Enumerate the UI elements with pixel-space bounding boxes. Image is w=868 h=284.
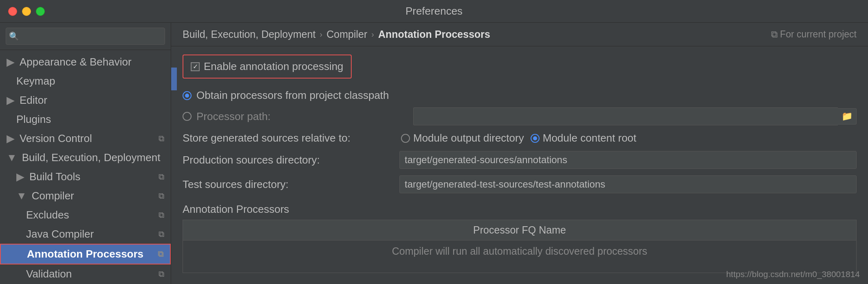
module-content-label: Module content root bbox=[543, 132, 637, 144]
module-output-label: Module output directory bbox=[413, 132, 524, 144]
table-header: Processor FQ Name bbox=[183, 220, 857, 240]
search-icon: 🔍 bbox=[9, 31, 19, 41]
copy-icon: ⧉ bbox=[159, 229, 164, 239]
breadcrumb-sep-2: › bbox=[371, 30, 374, 39]
arrow-down-icon: ▼ bbox=[16, 190, 27, 202]
arrow-right-icon: ▶ bbox=[16, 170, 24, 183]
copy-icon: ⧉ bbox=[159, 134, 164, 143]
maximize-button[interactable] bbox=[36, 7, 45, 16]
arrow-right-icon: ▶ bbox=[7, 94, 15, 107]
sidebar-item-label: Appearance & Behavior bbox=[20, 56, 132, 68]
search-wrapper: 🔍 bbox=[6, 28, 165, 45]
sidebar-item-java-compiler[interactable]: Java Compiler ⧉ bbox=[0, 225, 171, 244]
sidebar-item-validation[interactable]: Validation ⧉ bbox=[0, 264, 171, 284]
annotation-processors-section: Annotation Processors Processor FQ Name … bbox=[183, 203, 857, 273]
sidebar-item-appearance[interactable]: ▶ Appearance & Behavior bbox=[0, 52, 171, 72]
sidebar-item-excludes[interactable]: Excludes ⧉ bbox=[0, 205, 171, 225]
sidebar-item-version-control[interactable]: ▶ Version Control ⧉ bbox=[0, 129, 171, 148]
sidebar-item-build-execution[interactable]: ▼ Build, Execution, Deployment bbox=[0, 148, 171, 167]
right-panel: Build, Execution, Deployment › Compiler … bbox=[171, 23, 868, 284]
enable-annotation-checkbox-area[interactable]: ✓ Enable annotation processing bbox=[191, 60, 344, 73]
module-content-radio[interactable] bbox=[531, 134, 540, 143]
sidebar-item-compiler[interactable]: ▼ Compiler ⧉ bbox=[0, 186, 171, 205]
module-output-option[interactable]: Module output directory bbox=[401, 132, 524, 144]
copy-icon: ⧉ bbox=[159, 269, 164, 279]
sidebar-item-plugins[interactable]: Plugins bbox=[0, 110, 171, 129]
sidebar-item-build-tools[interactable]: ▶ Build Tools ⧉ bbox=[0, 167, 171, 186]
breadcrumb-build: Build, Execution, Deployment bbox=[183, 28, 316, 40]
test-sources-input[interactable] bbox=[399, 175, 857, 193]
sidebar-item-label: Editor bbox=[20, 94, 47, 107]
sidebar-item-label: Excludes bbox=[26, 209, 69, 221]
obtain-processors-row: Obtain processors from project classpath bbox=[183, 87, 857, 104]
sidebar-item-label: Build, Execution, Deployment bbox=[22, 151, 161, 164]
processor-path-label: Processor path: bbox=[196, 110, 408, 123]
url-label: https://blog.csdn.net/m0_38001814 bbox=[726, 269, 860, 279]
sidebar-item-label: Build Tools bbox=[29, 170, 80, 183]
enable-annotation-box: ✓ Enable annotation processing bbox=[183, 55, 352, 79]
arrow-down-icon: ▼ bbox=[7, 151, 17, 164]
breadcrumb-project-label: For current project bbox=[780, 29, 857, 40]
test-sources-row: Test sources directory: bbox=[183, 172, 857, 197]
module-content-option[interactable]: Module content root bbox=[531, 132, 637, 144]
window-title: Preferences bbox=[405, 5, 463, 17]
annotation-processors-title: Annotation Processors bbox=[183, 203, 857, 216]
copy-icon: ⧉ bbox=[158, 249, 163, 259]
search-input[interactable] bbox=[6, 28, 165, 45]
arrow-right-icon: ▶ bbox=[7, 56, 15, 68]
obtain-processors-label: Obtain processors from project classpath bbox=[196, 89, 389, 102]
module-output-radio[interactable] bbox=[401, 134, 410, 143]
sidebar-item-label: Keymap bbox=[16, 75, 55, 87]
sidebar-item-annotation-processors[interactable]: Annotation Processors ⧉ bbox=[0, 244, 171, 264]
table-body: Compiler will run all automatically disc… bbox=[183, 240, 857, 273]
breadcrumb-current: Annotation Processors bbox=[378, 28, 490, 40]
breadcrumb-sep-1: › bbox=[320, 30, 323, 39]
minimize-button[interactable] bbox=[22, 7, 31, 16]
title-bar: Preferences bbox=[0, 0, 868, 23]
sidebar-item-editor[interactable]: ▶ Editor bbox=[0, 91, 171, 110]
processor-path-radio[interactable] bbox=[183, 112, 192, 121]
sidebar: 🔍 ▶ Appearance & Behavior Keymap ▶ Edit bbox=[0, 23, 171, 284]
obtain-processors-radio[interactable] bbox=[183, 91, 192, 100]
arrow-right-icon: ▶ bbox=[7, 132, 15, 145]
processor-path-input-wrapper: 📁 bbox=[413, 107, 857, 125]
collapse-indicator bbox=[171, 68, 177, 90]
panel-content: ✓ Enable annotation processing Obtain pr… bbox=[171, 46, 868, 284]
copy-icon: ⧉ bbox=[159, 172, 164, 181]
production-sources-row: Production sources directory: bbox=[183, 148, 857, 172]
traffic-lights bbox=[8, 7, 45, 16]
sidebar-list: ▶ Appearance & Behavior Keymap ▶ Editor … bbox=[0, 50, 171, 284]
main-content: 🔍 ▶ Appearance & Behavior Keymap ▶ Edit bbox=[0, 23, 868, 284]
sidebar-item-keymap[interactable]: Keymap bbox=[0, 72, 171, 91]
copy-icon: ⧉ bbox=[159, 191, 164, 201]
production-sources-input[interactable] bbox=[399, 151, 857, 169]
sidebar-item-label: Annotation Processors bbox=[27, 248, 143, 260]
preferences-window: Preferences 🔍 ▶ Appearance & Behavior Ke bbox=[0, 0, 868, 284]
store-sources-label: Store generated sources relative to: bbox=[183, 132, 394, 144]
enable-annotation-label: Enable annotation processing bbox=[204, 60, 344, 73]
breadcrumb-project: ⧉ For current project bbox=[771, 29, 857, 40]
close-button[interactable] bbox=[8, 7, 17, 16]
sidebar-item-label: Plugins bbox=[16, 113, 51, 126]
search-bar: 🔍 bbox=[0, 23, 171, 50]
processor-path-row: Processor path: 📁 bbox=[183, 104, 857, 129]
browse-button[interactable]: 📁 bbox=[838, 108, 857, 125]
sidebar-item-label: Java Compiler bbox=[26, 228, 94, 240]
processor-path-input[interactable] bbox=[413, 107, 838, 125]
breadcrumb: Build, Execution, Deployment › Compiler … bbox=[171, 23, 868, 46]
enable-annotation-checkbox[interactable]: ✓ bbox=[191, 62, 200, 71]
sidebar-item-label: Version Control bbox=[20, 132, 92, 145]
store-sources-radio-group: Module output directory Module content r… bbox=[401, 132, 637, 144]
project-icon: ⧉ bbox=[771, 29, 778, 40]
test-sources-label: Test sources directory: bbox=[183, 178, 394, 191]
copy-icon: ⧉ bbox=[159, 210, 164, 220]
sidebar-item-label: Validation bbox=[26, 268, 72, 280]
store-sources-row: Store generated sources relative to: Mod… bbox=[183, 129, 857, 148]
breadcrumb-compiler: Compiler bbox=[326, 28, 367, 40]
sidebar-item-label: Compiler bbox=[32, 190, 74, 202]
production-sources-label: Production sources directory: bbox=[183, 154, 394, 166]
